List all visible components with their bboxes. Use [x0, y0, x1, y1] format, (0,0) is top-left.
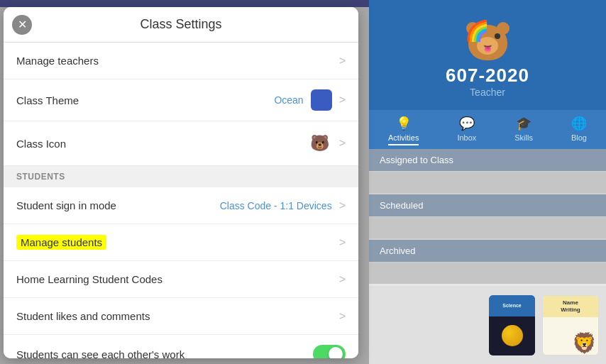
- inbox-icon: 💬: [459, 116, 475, 131]
- archived-items: [369, 263, 606, 284]
- students-see-work-right: [313, 345, 346, 358]
- science-card-header: Science: [489, 295, 535, 316]
- class-icon-row[interactable]: Class Icon 🐻 >: [4, 121, 358, 166]
- dashboard-content: Assigned to Class Scheduled Archived: [369, 149, 606, 284]
- home-learning-left: Home Learning Student Codes: [16, 273, 162, 285]
- student-likes-right: >: [339, 310, 346, 323]
- close-button[interactable]: ✕: [12, 15, 32, 35]
- assigned-section: Assigned to Class: [369, 149, 606, 171]
- dashboard-bottom-cards: Science NameWriting 🦁: [369, 286, 606, 364]
- nav-skills-label: Skills: [514, 133, 533, 142]
- science-card[interactable]: Science: [489, 295, 535, 355]
- students-see-work-slider: [313, 345, 346, 358]
- manage-students-right: >: [339, 236, 346, 249]
- class-theme-left: Class Theme: [16, 94, 79, 106]
- nav-inbox[interactable]: 💬 Inbox: [457, 116, 476, 145]
- student-signin-label: Student sign in mode: [16, 199, 116, 211]
- class-icon-chevron: >: [339, 137, 346, 150]
- writing-card-header: NameWriting: [543, 296, 598, 317]
- manage-students-row[interactable]: Manage students >: [4, 224, 358, 261]
- scheduled-items: [369, 217, 606, 238]
- lion-icon: 🦁: [572, 331, 597, 355]
- students-see-work-toggle[interactable]: [313, 345, 346, 358]
- writing-card-title: NameWriting: [561, 299, 580, 313]
- class-theme-row[interactable]: Class Theme Ocean >: [4, 79, 358, 121]
- student-signin-right: Class Code - 1:1 Devices >: [220, 199, 346, 212]
- close-icon: ✕: [18, 18, 27, 31]
- student-likes-chevron: >: [339, 310, 346, 323]
- home-learning-right: >: [339, 273, 346, 286]
- students-section-header: STUDENTS: [4, 166, 358, 187]
- modal-body[interactable]: Manage teachers > Class Theme Ocean > Cl…: [4, 43, 358, 358]
- class-icon-emoji: 🐻: [310, 134, 329, 153]
- manage-teachers-left: Manage teachers: [16, 55, 99, 67]
- modal-title: Class Settings: [140, 17, 221, 32]
- manage-teachers-right: >: [339, 55, 346, 67]
- nav-activities[interactable]: 💡 Activities: [388, 116, 419, 145]
- students-see-work-row[interactable]: Students can see each other's work: [4, 335, 358, 358]
- class-icon-right: 🐻 >: [308, 131, 346, 155]
- student-likes-label: Student likes and comments: [16, 310, 150, 322]
- class-code: 607-2020: [446, 65, 529, 87]
- students-see-work-label: Students can see each other's work: [16, 348, 184, 359]
- scheduled-section: Scheduled: [369, 194, 606, 216]
- nav-blog[interactable]: 🌐 Blog: [571, 116, 587, 145]
- home-learning-chevron: >: [339, 273, 346, 286]
- manage-teachers-label: Manage teachers: [16, 55, 99, 67]
- class-icon-label: Class Icon: [16, 138, 66, 150]
- class-settings-modal: ✕ Class Settings Manage teachers > Class…: [4, 7, 358, 358]
- manage-teachers-row[interactable]: Manage teachers >: [4, 43, 358, 79]
- dashboard-header: 👅 🌈 607-2020 Teacher: [369, 0, 606, 110]
- student-signin-chevron: >: [339, 199, 346, 212]
- nav-activities-label: Activities: [388, 133, 419, 142]
- class-theme-right: Ocean >: [274, 89, 346, 111]
- nav-skills[interactable]: 🎓 Skills: [514, 116, 533, 145]
- home-learning-label: Home Learning Student Codes: [16, 273, 162, 285]
- dashboard-panel: 👅 🌈 607-2020 Teacher 💡 Activities 💬 Inbo…: [369, 0, 606, 364]
- science-card-body: [489, 316, 535, 355]
- home-learning-row[interactable]: Home Learning Student Codes >: [4, 261, 358, 298]
- activities-icon: 💡: [396, 116, 412, 131]
- assigned-items: [369, 172, 606, 193]
- class-theme-swatch: [311, 89, 332, 111]
- student-signin-left: Student sign in mode: [16, 199, 116, 211]
- skills-icon: 🎓: [516, 116, 531, 131]
- dashboard-nav: 💡 Activities 💬 Inbox 🎓 Skills 🌐 Blog: [369, 110, 606, 149]
- teacher-label: Teacher: [470, 87, 505, 98]
- blog-icon: 🌐: [571, 116, 587, 131]
- manage-students-label: Manage students: [16, 235, 106, 250]
- students-see-work-left: Students can see each other's work: [16, 348, 184, 359]
- writing-card-body: 🦁: [543, 317, 598, 355]
- archived-section: Archived: [369, 240, 606, 262]
- student-signin-value: Class Code - 1:1 Devices: [220, 200, 332, 211]
- class-theme-chevron: >: [339, 94, 346, 106]
- planet-icon: [502, 325, 523, 346]
- manage-teachers-chevron: >: [339, 55, 346, 67]
- class-theme-label: Class Theme: [16, 94, 79, 106]
- modal-header: ✕ Class Settings: [4, 7, 358, 43]
- nav-inbox-label: Inbox: [457, 133, 476, 142]
- class-icon-left: Class Icon: [16, 138, 66, 150]
- student-likes-left: Student likes and comments: [16, 310, 150, 322]
- class-icon-preview: 🐻: [308, 131, 332, 155]
- manage-students-chevron: >: [339, 236, 346, 249]
- nav-blog-label: Blog: [571, 133, 587, 142]
- class-theme-value: Ocean: [274, 94, 303, 106]
- manage-students-left: Manage students: [16, 235, 106, 250]
- student-signin-row[interactable]: Student sign in mode Class Code - 1:1 De…: [4, 187, 358, 224]
- student-likes-row[interactable]: Student likes and comments >: [4, 298, 358, 335]
- writing-card[interactable]: NameWriting 🦁: [542, 295, 599, 355]
